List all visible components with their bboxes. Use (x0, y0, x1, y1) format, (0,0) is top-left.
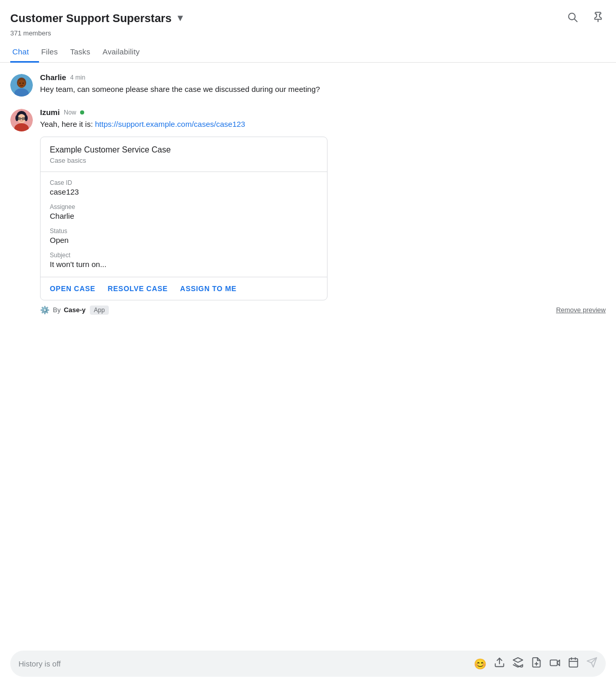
case-field-label-id: Case ID (50, 179, 318, 186)
casey-name: Case-y (64, 306, 86, 314)
case-field-value-assignee: Charlie (50, 212, 318, 220)
header-top: Customer Support Superstars ▼ (10, 9, 606, 27)
sender-name-charlie: Charlie (40, 73, 66, 82)
header-icons (565, 9, 606, 27)
online-indicator-izumi (80, 110, 84, 115)
case-field-status: Status Open (50, 227, 318, 244)
case-link[interactable]: https://support.example.com/cases/case12… (95, 120, 245, 128)
message-text-charlie: Hey team, can someone please share the c… (40, 84, 606, 96)
doc-icon[interactable] (531, 657, 542, 671)
svg-point-19 (23, 118, 24, 119)
case-field-subject: Subject It won't turn on... (50, 252, 318, 269)
svg-point-8 (23, 83, 24, 84)
tab-tasks[interactable]: Tasks (68, 42, 101, 63)
case-field-label-status: Status (50, 227, 318, 235)
input-placeholder-text[interactable]: History is off (18, 659, 467, 668)
message-text-izumi: Yeah, here it is: https://support.exampl… (40, 119, 606, 130)
message-content-charlie: Charlie 4 min Hey team, can someone plea… (40, 73, 606, 97)
open-case-button[interactable]: OPEN CASE (50, 284, 95, 293)
input-bar: History is off 😊 (0, 644, 616, 686)
header-title-area: Customer Support Superstars ▼ (10, 12, 185, 25)
case-card-subtitle: Case basics (50, 157, 318, 164)
case-field-assignee: Assignee Charlie (50, 203, 318, 220)
svg-point-0 (569, 13, 575, 20)
svg-marker-21 (513, 658, 523, 662)
svg-rect-25 (569, 659, 578, 668)
case-field-label-subject: Subject (50, 252, 318, 259)
case-field-value-id: case123 (50, 187, 318, 196)
case-card-header: Example Customer Service Case Case basic… (41, 137, 327, 172)
svg-point-6 (18, 80, 25, 88)
avatar-izumi (10, 109, 33, 131)
sender-name-izumi: Izumi (40, 108, 60, 117)
timestamp-izumi: Now (64, 109, 76, 116)
case-field-id: Case ID case123 (50, 179, 318, 196)
case-by-footer: ⚙️ By Case-y App Remove preview (40, 306, 606, 315)
search-button[interactable] (565, 9, 580, 27)
video-icon[interactable] (549, 657, 561, 671)
assign-to-me-button[interactable]: ASSIGN TO ME (180, 284, 237, 293)
case-field-value-subject: It won't turn on... (50, 260, 318, 269)
dropdown-icon[interactable]: ▼ (176, 13, 185, 24)
case-card-actions: OPEN CASE RESOLVE CASE ASSIGN TO ME (41, 277, 327, 300)
resolve-case-button[interactable]: RESOLVE CASE (108, 284, 168, 293)
case-card: Example Customer Service Case Case basic… (40, 137, 328, 300)
upload-icon[interactable] (494, 657, 505, 671)
case-field-label-assignee: Assignee (50, 203, 318, 211)
members-count: 371 members (10, 29, 606, 37)
message-header-charlie: Charlie 4 min (40, 73, 606, 82)
svg-point-14 (25, 115, 28, 121)
pin-button[interactable] (590, 9, 606, 27)
message-charlie: Charlie 4 min Hey team, can someone plea… (10, 73, 606, 97)
group-title: Customer Support Superstars (10, 12, 171, 25)
avatar-charlie (10, 74, 33, 97)
svg-point-18 (19, 118, 20, 119)
tab-availability[interactable]: Availability (101, 42, 150, 63)
case-field-value-status: Open (50, 236, 318, 244)
tab-chat[interactable]: Chat (10, 42, 39, 63)
calendar-icon[interactable] (568, 657, 579, 671)
svg-line-1 (575, 20, 578, 22)
svg-point-7 (20, 83, 21, 84)
send-button[interactable] (586, 657, 598, 671)
svg-rect-24 (550, 660, 557, 665)
message-prefix: Yeah, here it is: (40, 120, 95, 128)
input-inner: History is off 😊 (10, 651, 606, 677)
emoji-icon[interactable]: 😊 (474, 658, 487, 670)
app-badge: App (90, 306, 109, 315)
casey-icon: ⚙️ (40, 306, 50, 315)
message-izumi: Izumi Now Yeah, here it is: https://supp… (10, 108, 606, 315)
by-label: By (53, 306, 61, 314)
message-header-izumi: Izumi Now (40, 108, 606, 117)
drive-icon[interactable] (512, 657, 524, 671)
remove-preview-button[interactable]: Remove preview (556, 306, 606, 314)
message-content-izumi: Izumi Now Yeah, here it is: https://supp… (40, 108, 606, 315)
timestamp-charlie: 4 min (70, 74, 85, 81)
case-card-title: Example Customer Service Case (50, 145, 318, 155)
header: Customer Support Superstars ▼ 371 member… (0, 0, 616, 63)
case-card-body: Case ID case123 Assignee Charlie Status … (41, 172, 327, 277)
tab-files[interactable]: Files (39, 42, 68, 63)
tabs: Chat Files Tasks Availability (10, 42, 606, 62)
chat-area: Charlie 4 min Hey team, can someone plea… (0, 63, 616, 315)
